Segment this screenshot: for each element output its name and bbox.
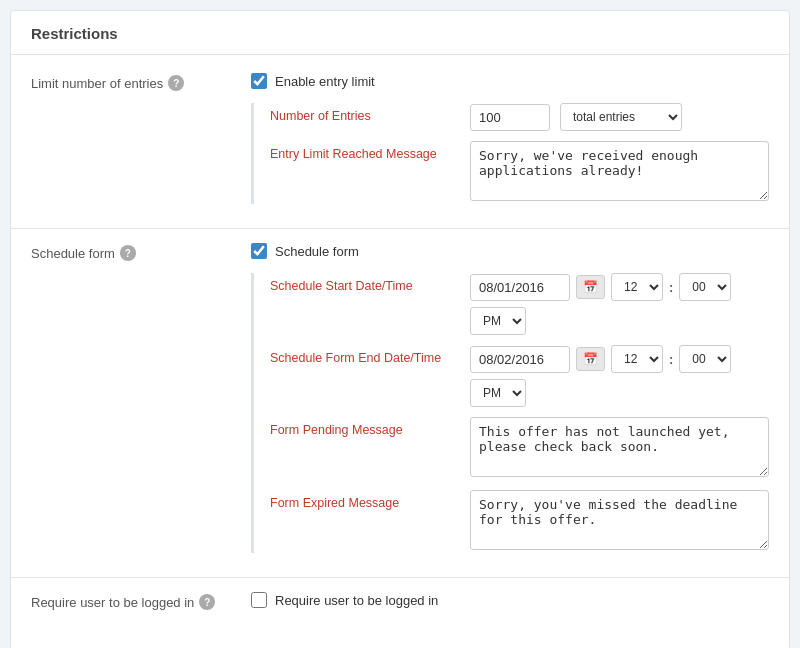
- limit-entries-controls: Enable entry limit Number of Entries tot…: [251, 73, 769, 214]
- require-login-checkbox[interactable]: [251, 592, 267, 608]
- pending-message-label: Form Pending Message: [270, 417, 470, 437]
- enable-schedule-row: Schedule form: [251, 243, 769, 259]
- entry-limit-message-controls: Sorry, we've received enough application…: [470, 141, 769, 204]
- enable-schedule-label: Schedule form: [275, 244, 359, 259]
- start-datetime-row: Schedule Start Date/Time 📅 12123 4567 89…: [270, 273, 769, 335]
- number-of-entries-row: Number of Entries total entries entries …: [270, 103, 769, 131]
- expired-message-row: Form Expired Message Sorry, you've misse…: [270, 490, 769, 553]
- expired-message-label: Form Expired Message: [270, 490, 470, 510]
- limit-entries-section: Limit number of entries ? Enable entry l…: [11, 73, 789, 214]
- start-hour-select[interactable]: 12123 4567 891011: [611, 273, 663, 301]
- require-login-checkbox-label: Require user to be logged in: [275, 593, 438, 608]
- start-time-colon: :: [669, 280, 673, 295]
- require-login-controls: Require user to be logged in: [251, 592, 769, 608]
- panel-title: Restrictions: [11, 11, 789, 55]
- enable-entry-limit-row: Enable entry limit: [251, 73, 769, 89]
- require-login-section: Require user to be logged in ? Require u…: [11, 592, 789, 622]
- end-min-select[interactable]: 00153045: [679, 345, 731, 373]
- start-ampm-select[interactable]: PMAM: [470, 307, 526, 335]
- start-calendar-button[interactable]: 📅: [576, 275, 605, 299]
- limit-entries-label: Limit number of entries ?: [31, 73, 251, 91]
- schedule-form-help-icon[interactable]: ?: [120, 245, 136, 261]
- schedule-form-controls: Schedule form Schedule Start Date/Time 📅…: [251, 243, 769, 563]
- divider-2: [11, 577, 789, 578]
- schedule-indented: Schedule Start Date/Time 📅 12123 4567 89…: [251, 273, 769, 553]
- end-datetime-row: Schedule Form End Date/Time 📅 12123 4567…: [270, 345, 769, 407]
- end-datetime-controls: 📅 12123 4567 891011 : 00153045 PMAM: [470, 345, 769, 407]
- schedule-form-label: Schedule form ?: [31, 243, 251, 261]
- divider-1: [11, 228, 789, 229]
- limit-entries-indented: Number of Entries total entries entries …: [251, 103, 769, 204]
- enable-entry-limit-checkbox[interactable]: [251, 73, 267, 89]
- require-login-label: Require user to be logged in ?: [31, 592, 251, 610]
- number-of-entries-controls: total entries entries per user: [470, 103, 769, 131]
- start-datetime-controls: 📅 12123 4567 891011 : 00153045 PMAM: [470, 273, 769, 335]
- expired-message-controls: Sorry, you've missed the deadline for th…: [470, 490, 769, 553]
- end-calendar-button[interactable]: 📅: [576, 347, 605, 371]
- pending-message-textarea[interactable]: This offer has not launched yet, please …: [470, 417, 769, 477]
- schedule-form-section: Schedule form ? Schedule form Schedule S…: [11, 243, 789, 563]
- enable-entry-limit-label: Enable entry limit: [275, 74, 375, 89]
- entries-type-select[interactable]: total entries entries per user: [560, 103, 682, 131]
- end-hour-select[interactable]: 12123 4567 891011: [611, 345, 663, 373]
- entry-limit-message-row: Entry Limit Reached Message Sorry, we've…: [270, 141, 769, 204]
- start-date-input[interactable]: [470, 274, 570, 301]
- start-min-select[interactable]: 00153045: [679, 273, 731, 301]
- require-login-help-icon[interactable]: ?: [199, 594, 215, 610]
- expired-message-textarea[interactable]: Sorry, you've missed the deadline for th…: [470, 490, 769, 550]
- pending-message-controls: This offer has not launched yet, please …: [470, 417, 769, 480]
- pending-message-row: Form Pending Message This offer has not …: [270, 417, 769, 480]
- entry-limit-message-label: Entry Limit Reached Message: [270, 141, 470, 161]
- restrictions-panel: Restrictions Limit number of entries ? E…: [10, 10, 790, 648]
- number-of-entries-label: Number of Entries: [270, 103, 470, 123]
- entry-limit-message-textarea[interactable]: Sorry, we've received enough application…: [470, 141, 769, 201]
- end-date-input[interactable]: [470, 346, 570, 373]
- end-time-colon: :: [669, 352, 673, 367]
- enable-schedule-checkbox[interactable]: [251, 243, 267, 259]
- end-ampm-select[interactable]: PMAM: [470, 379, 526, 407]
- number-of-entries-input[interactable]: [470, 104, 550, 131]
- limit-entries-help-icon[interactable]: ?: [168, 75, 184, 91]
- end-datetime-label: Schedule Form End Date/Time: [270, 345, 470, 365]
- start-datetime-label: Schedule Start Date/Time: [270, 273, 470, 293]
